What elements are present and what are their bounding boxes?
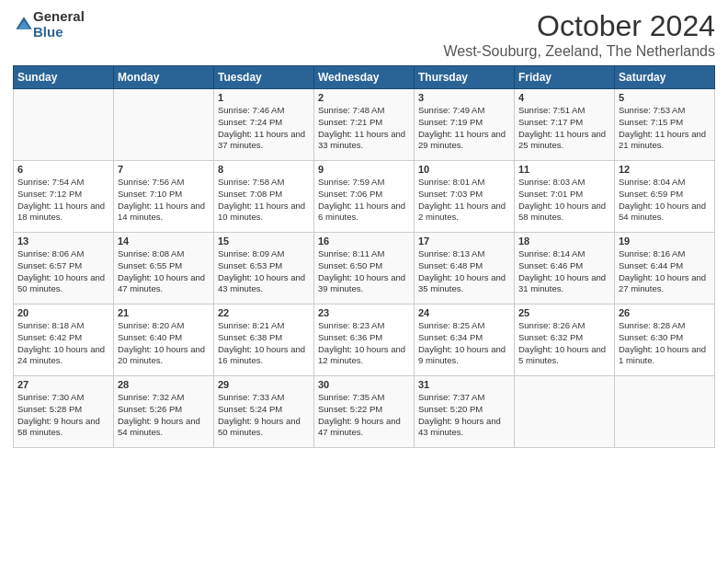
day-info: Sunrise: 8:23 AMSunset: 6:36 PMDaylight:…	[318, 320, 410, 367]
day-number: 23	[318, 307, 410, 318]
month-year-title: October 2024	[443, 9, 715, 43]
sunrise-text: Sunrise: 8:23 AM	[318, 320, 384, 330]
daylight-text: Daylight: 10 hours and 16 minutes.	[218, 344, 305, 366]
calendar-cell	[515, 376, 615, 448]
sunset-text: Sunset: 6:30 PM	[619, 332, 683, 342]
day-info: Sunrise: 8:06 AMSunset: 6:57 PMDaylight:…	[17, 248, 109, 295]
day-info: Sunrise: 8:20 AMSunset: 6:40 PMDaylight:…	[118, 320, 210, 367]
calendar-cell: 29Sunrise: 7:33 AMSunset: 5:24 PMDayligh…	[214, 376, 314, 448]
calendar-cell: 30Sunrise: 7:35 AMSunset: 5:22 PMDayligh…	[314, 376, 415, 448]
calendar-cell	[14, 89, 114, 161]
daylight-text: Daylight: 10 hours and 35 minutes.	[418, 272, 506, 294]
sunrise-text: Sunrise: 7:48 AM	[318, 105, 384, 115]
sunset-text: Sunset: 6:40 PM	[118, 332, 182, 342]
calendar-cell: 26Sunrise: 8:28 AMSunset: 6:30 PMDayligh…	[615, 304, 715, 376]
col-saturday: Saturday	[615, 66, 715, 89]
day-info: Sunrise: 8:13 AMSunset: 6:48 PMDaylight:…	[418, 248, 510, 295]
day-info: Sunrise: 8:16 AMSunset: 6:44 PMDaylight:…	[619, 248, 711, 295]
day-number: 2	[318, 92, 410, 103]
sunset-text: Sunset: 6:34 PM	[418, 332, 483, 342]
daylight-text: Daylight: 11 hours and 29 minutes.	[418, 129, 506, 151]
daylight-text: Daylight: 11 hours and 33 minutes.	[318, 129, 405, 151]
sunset-text: Sunset: 5:28 PM	[17, 404, 82, 414]
page-container: General Blue October 2024 West-Souburg, …	[0, 0, 728, 457]
sunset-text: Sunset: 6:48 PM	[418, 260, 483, 270]
daylight-text: Daylight: 10 hours and 31 minutes.	[518, 272, 606, 294]
day-number: 16	[318, 236, 410, 247]
day-info: Sunrise: 8:18 AMSunset: 6:42 PMDaylight:…	[17, 320, 109, 367]
daylight-text: Daylight: 11 hours and 37 minutes.	[218, 129, 305, 151]
sunset-text: Sunset: 5:20 PM	[418, 404, 483, 414]
day-number: 7	[118, 164, 210, 175]
daylight-text: Daylight: 9 hours and 50 minutes.	[218, 416, 301, 438]
daylight-text: Daylight: 10 hours and 47 minutes.	[118, 272, 205, 294]
day-info: Sunrise: 8:28 AMSunset: 6:30 PMDaylight:…	[619, 320, 711, 367]
sunrise-text: Sunrise: 7:58 AM	[218, 177, 284, 187]
daylight-text: Daylight: 11 hours and 25 minutes.	[518, 129, 606, 151]
sunrise-text: Sunrise: 7:33 AM	[218, 392, 284, 402]
logo-general-text: General	[33, 9, 85, 25]
calendar-cell: 12Sunrise: 8:04 AMSunset: 6:59 PMDayligh…	[615, 161, 715, 233]
day-info: Sunrise: 8:21 AMSunset: 6:38 PMDaylight:…	[218, 320, 310, 367]
day-info: Sunrise: 8:03 AMSunset: 7:01 PMDaylight:…	[518, 177, 610, 224]
calendar-cell: 6Sunrise: 7:54 AMSunset: 7:12 PMDaylight…	[14, 161, 114, 233]
calendar-cell: 17Sunrise: 8:13 AMSunset: 6:48 PMDayligh…	[415, 233, 515, 304]
day-info: Sunrise: 7:49 AMSunset: 7:19 PMDaylight:…	[418, 105, 510, 152]
day-info: Sunrise: 7:48 AMSunset: 7:21 PMDaylight:…	[318, 105, 410, 152]
day-info: Sunrise: 7:58 AMSunset: 7:08 PMDaylight:…	[218, 177, 310, 224]
day-info: Sunrise: 7:54 AMSunset: 7:12 PMDaylight:…	[17, 177, 109, 224]
sunrise-text: Sunrise: 8:26 AM	[518, 320, 585, 330]
header: General Blue October 2024 West-Souburg, …	[13, 9, 715, 60]
calendar-table: Sunday Monday Tuesday Wednesday Thursday…	[13, 65, 715, 448]
calendar-cell: 3Sunrise: 7:49 AMSunset: 7:19 PMDaylight…	[415, 89, 515, 161]
calendar-cell: 4Sunrise: 7:51 AMSunset: 7:17 PMDaylight…	[515, 89, 615, 161]
day-number: 30	[318, 379, 410, 390]
col-sunday: Sunday	[14, 66, 114, 89]
calendar-cell: 10Sunrise: 8:01 AMSunset: 7:03 PMDayligh…	[415, 161, 515, 233]
calendar-cell: 23Sunrise: 8:23 AMSunset: 6:36 PMDayligh…	[314, 304, 415, 376]
sunset-text: Sunset: 6:55 PM	[118, 260, 182, 270]
sunrise-text: Sunrise: 8:14 AM	[518, 248, 585, 259]
header-row: Sunday Monday Tuesday Wednesday Thursday…	[14, 66, 715, 89]
calendar-cell: 31Sunrise: 7:37 AMSunset: 5:20 PMDayligh…	[415, 376, 515, 448]
sunset-text: Sunset: 7:08 PM	[218, 189, 282, 199]
sunset-text: Sunset: 6:32 PM	[518, 332, 583, 342]
day-number: 4	[518, 92, 610, 103]
sunset-text: Sunset: 6:59 PM	[619, 189, 683, 199]
calendar-cell: 18Sunrise: 8:14 AMSunset: 6:46 PMDayligh…	[515, 233, 615, 304]
day-number: 26	[619, 307, 711, 318]
calendar-cell: 14Sunrise: 8:08 AMSunset: 6:55 PMDayligh…	[114, 233, 214, 304]
daylight-text: Daylight: 11 hours and 10 minutes.	[218, 201, 305, 223]
day-number: 1	[218, 92, 310, 103]
calendar-cell	[615, 376, 715, 448]
calendar-week-row: 13Sunrise: 8:06 AMSunset: 6:57 PMDayligh…	[14, 233, 715, 304]
calendar-cell: 19Sunrise: 8:16 AMSunset: 6:44 PMDayligh…	[615, 233, 715, 304]
day-info: Sunrise: 7:53 AMSunset: 7:15 PMDaylight:…	[619, 105, 711, 152]
sunrise-text: Sunrise: 7:49 AM	[418, 105, 484, 115]
sunrise-text: Sunrise: 7:59 AM	[318, 177, 384, 187]
sunset-text: Sunset: 6:44 PM	[619, 260, 683, 270]
sunset-text: Sunset: 6:42 PM	[17, 332, 82, 342]
day-number: 17	[418, 236, 510, 247]
day-number: 5	[619, 92, 711, 103]
calendar-cell: 20Sunrise: 8:18 AMSunset: 6:42 PMDayligh…	[14, 304, 114, 376]
day-number: 29	[218, 379, 310, 390]
day-number: 9	[318, 164, 410, 175]
day-number: 18	[518, 236, 610, 247]
calendar-cell: 28Sunrise: 7:32 AMSunset: 5:26 PMDayligh…	[114, 376, 214, 448]
daylight-text: Daylight: 10 hours and 12 minutes.	[318, 344, 405, 366]
sunrise-text: Sunrise: 8:04 AM	[619, 177, 685, 187]
daylight-text: Daylight: 10 hours and 27 minutes.	[619, 272, 706, 294]
daylight-text: Daylight: 9 hours and 43 minutes.	[418, 416, 501, 438]
calendar-cell: 7Sunrise: 7:56 AMSunset: 7:10 PMDaylight…	[114, 161, 214, 233]
sunrise-text: Sunrise: 7:30 AM	[17, 392, 84, 402]
day-number: 10	[418, 164, 510, 175]
day-number: 6	[17, 164, 109, 175]
sunrise-text: Sunrise: 8:25 AM	[418, 320, 484, 330]
day-info: Sunrise: 7:56 AMSunset: 7:10 PMDaylight:…	[118, 177, 210, 224]
day-info: Sunrise: 7:37 AMSunset: 5:20 PMDaylight:…	[418, 392, 510, 439]
day-number: 15	[218, 236, 310, 247]
day-info: Sunrise: 8:14 AMSunset: 6:46 PMDaylight:…	[518, 248, 610, 295]
col-monday: Monday	[114, 66, 214, 89]
daylight-text: Daylight: 10 hours and 5 minutes.	[518, 344, 606, 366]
